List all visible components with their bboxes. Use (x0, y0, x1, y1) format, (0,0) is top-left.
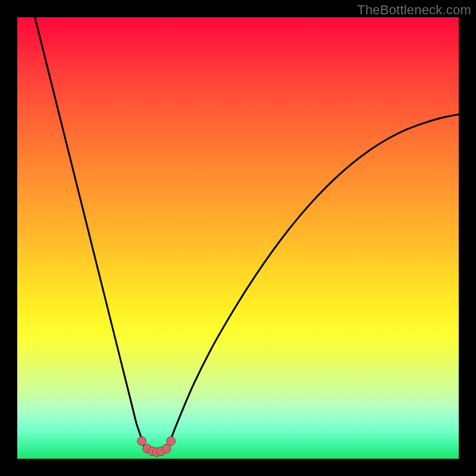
valley-marker (167, 437, 176, 446)
chart-frame: TheBottleneck.com (0, 0, 476, 476)
curve-layer (17, 17, 459, 459)
valley-markers (137, 437, 176, 456)
watermark-text: TheBottleneck.com (357, 2, 471, 18)
bottleneck-curve (35, 17, 459, 452)
plot-area (17, 17, 459, 459)
valley-marker (137, 437, 146, 446)
